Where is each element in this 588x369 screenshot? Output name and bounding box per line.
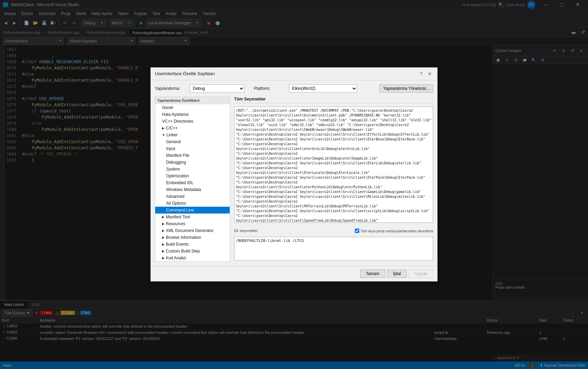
inherit-label: Üst veya proje varsayılanlarından devral… xyxy=(361,229,433,233)
tree-genel[interactable]: Genel xyxy=(155,104,230,111)
dialog-title-bar: UserInterface Özellik Sayfaları ? ✕ xyxy=(151,68,437,80)
config-label: Yapılandırma: xyxy=(155,86,186,91)
tree-linker-winmeta[interactable]: Windows Metadata xyxy=(155,186,230,193)
tree-resources[interactable]: ▶ Resources xyxy=(155,220,230,227)
manifest-arrow: ▶ xyxy=(162,215,164,219)
tree-linker-system[interactable]: System xyxy=(155,166,230,173)
tree-linker-embedded[interactable]: Embedded IDL xyxy=(155,179,230,186)
main-options-textarea[interactable] xyxy=(234,107,433,223)
tree-kod-analizi[interactable]: ▶ Kod Analizi xyxy=(155,255,230,261)
dialog-main: Yapılandırma Özellikleri Genel Hata Ayık… xyxy=(155,97,433,262)
tree-vc[interactable]: VC++ Directories xyxy=(155,118,230,125)
cancel-btn[interactable]: İptal xyxy=(387,270,407,278)
config-manager-btn[interactable]: Yapılandırma Yöneticisi... xyxy=(379,84,433,93)
tree-linker-opt[interactable]: Optimization xyxy=(155,173,230,179)
main-options-container xyxy=(234,107,433,225)
tree-linker-cmdline[interactable]: Command Line xyxy=(155,207,230,214)
cpp-arrow: ▶ xyxy=(162,126,164,130)
additional-label: Ek seçenekler xyxy=(234,229,258,233)
tree-custom-build[interactable]: ▶ Custom Build Step xyxy=(155,248,230,255)
tree-linker-debug[interactable]: Debugging xyxy=(155,159,230,166)
custom-build-arrow: ▶ xyxy=(162,249,164,253)
tree-cpp[interactable]: ▶ C/C++ xyxy=(155,125,230,132)
additional-container: /NODEFAULTLIB:libcmt.lib <span style="ba… xyxy=(234,237,433,262)
kod-arrow: ▶ xyxy=(162,256,164,260)
dialog-help-btn[interactable]: ? xyxy=(418,71,424,77)
dialog-footer: Tamam İptal Uygula xyxy=(151,266,437,281)
inherit-row: Üst veya proje varsayılanlarından devral… xyxy=(355,229,433,233)
tree-section-header: Yapılandırma Özellikleri xyxy=(155,97,230,104)
platform-label: Platform: xyxy=(254,86,285,91)
tree-linker-general[interactable]: General xyxy=(155,138,230,145)
dialog-close-btn[interactable]: ✕ xyxy=(426,70,433,77)
properties-tree: Yapılandırma Özellikleri Genel Hata Ayık… xyxy=(155,97,230,262)
tree-build-events[interactable]: ▶ Build Events xyxy=(155,241,230,248)
tree-linker-advanced[interactable]: Advanced xyxy=(155,193,230,200)
dialog-right: Tüm Seçenekler Ek seçenekler Üst veya pr… xyxy=(230,97,433,262)
options-row: Ek seçenekler Üst veya proje varsayılanl… xyxy=(234,229,433,233)
tree-linker[interactable]: ▼ Linker xyxy=(155,132,230,138)
dialog-body: Yapılandırma: Debug Platform: Etkin(Win3… xyxy=(151,80,437,266)
tree-linker-manifest[interactable]: Manifest File xyxy=(155,152,230,159)
tree-manifest-tool[interactable]: ▶ Manifest Tool xyxy=(155,214,230,220)
dialog-title: UserInterface Özellik Sayfaları xyxy=(155,71,215,76)
build-events-arrow: ▶ xyxy=(162,243,164,246)
tree-hata[interactable]: Hata Ayıklama xyxy=(155,111,230,118)
config-select[interactable]: Debug xyxy=(190,84,244,93)
browse-arrow: ▶ xyxy=(162,236,164,239)
tree-linker-alloptions[interactable]: All Options xyxy=(155,200,230,207)
inherit-checkbox[interactable] xyxy=(355,229,359,233)
tree-linker-input[interactable]: Input xyxy=(155,145,230,152)
additional-textarea[interactable]: /NODEFAULTLIB:libcmt.lib <span style="ba… xyxy=(234,237,433,261)
dialog-top-row: Yapılandırma: Debug Platform: Etkin(Win3… xyxy=(155,84,433,93)
tree-browse[interactable]: ▶ Browse Information xyxy=(155,234,230,241)
platform-select[interactable]: Etkin(Win32) xyxy=(289,84,357,93)
xml-arrow: ▶ xyxy=(162,229,164,232)
all-options-label: Tüm Seçenekler xyxy=(234,97,433,103)
apply-btn[interactable]: Uygula xyxy=(409,270,433,278)
tree-xml[interactable]: ▶ XML Document Generator xyxy=(155,227,230,234)
dialog-overlay: UserInterface Özellik Sayfaları ? ✕ Yapı… xyxy=(0,0,588,369)
resources-arrow: ▶ xyxy=(162,222,164,226)
linker-arrow: ▼ xyxy=(162,133,165,137)
properties-dialog: UserInterface Özellik Sayfaları ? ✕ Yapı… xyxy=(150,67,438,282)
ok-btn[interactable]: Tamam xyxy=(360,270,385,278)
